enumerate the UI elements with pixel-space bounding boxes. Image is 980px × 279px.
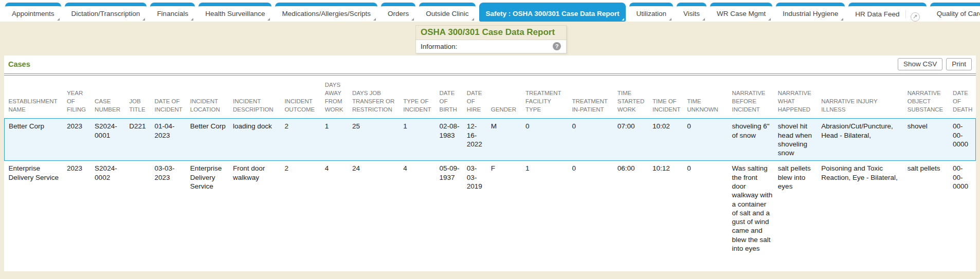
tab-safety-osha-300-301-case-data-report[interactable]: Safety : OSHA 300/301 Case Data Report	[479, 3, 626, 22]
tab-label: Quality of Care	[937, 10, 980, 17]
tab-label: Utilization	[636, 10, 666, 17]
information-label: Information:	[421, 43, 457, 50]
tab-label: HR Data Feed	[855, 10, 899, 18]
col-header-time-unknown: TIME UNKNOWN	[685, 76, 730, 119]
table-header-row: ESTABLISHMENT NAME YEAR OF FILING CASE N…	[5, 76, 976, 119]
col-header-days-away-from-work: DAYS AWAY FROM WORK	[323, 76, 350, 119]
top-tab-bar: Appointments Dictation/Transcription Fin…	[0, 0, 980, 22]
cell-time-of-incident: 10:02	[650, 119, 685, 161]
col-header-incident-location: INCIDENT LOCATION	[188, 76, 231, 119]
col-header-date-of-birth: DATE OF BIRTH	[438, 76, 465, 119]
cell-treatment-facility-type: 0	[523, 119, 570, 161]
cell-incident-location: Enterprise Delivery Service	[188, 161, 231, 256]
cell-gender: M	[489, 119, 523, 161]
tab-corner-fold-icon	[768, 18, 771, 21]
col-header-narrative-before-incident: NARRATIVE BEFORE INCIDENT	[730, 76, 776, 119]
tab-quality-of-care[interactable]: Quality of Care	[930, 3, 980, 22]
table-row-case-s2024-0002[interactable]: Enterprise Delivery Service 2023 S2024-0…	[5, 161, 976, 256]
cases-toolbar: Show CSV Print	[898, 58, 972, 70]
print-button[interactable]: Print	[946, 58, 972, 70]
tab-health-surveillance[interactable]: Health Surveillance	[198, 3, 271, 22]
col-header-narrative-object-substance: NARRATIVE OBJECT SUBSTANCE	[905, 76, 951, 119]
tab-financials[interactable]: Financials	[150, 3, 195, 22]
cell-narrative-before-incident: shoveling 6" of snow	[730, 119, 776, 161]
cell-days-away-from-work: 1	[323, 119, 350, 161]
cell-incident-outcome: 2	[282, 119, 322, 161]
tab-industrial-hygiene[interactable]: Industrial Hygiene	[776, 3, 845, 22]
cell-narrative-before-incident: Was salting the front door walkway with …	[730, 161, 776, 256]
cell-time-started-work: 06:00	[615, 161, 650, 256]
cell-incident-description: Front door walkway	[231, 161, 282, 256]
cell-days-job-transfer-or-restriction: 24	[350, 161, 401, 256]
col-header-date-of-incident: DATE OF INCIDENT	[153, 76, 188, 119]
tab-corner-fold-icon	[142, 18, 145, 21]
col-header-narrative-what-happened: NARRATIVE WHAT HAPPENED	[776, 76, 819, 119]
cell-days-job-transfer-or-restriction: 25	[350, 119, 401, 161]
tab-corner-fold-icon	[702, 18, 705, 21]
page-title: OSHA 300/301 Case Data Report	[416, 26, 566, 40]
tab-dictation-transcription[interactable]: Dictation/Transcription	[65, 3, 147, 22]
cases-panel: Cases Show CSV Print ESTABLISHMENT NAME …	[4, 55, 976, 271]
tab-corner-fold-icon	[191, 18, 193, 21]
tab-outside-clinic[interactable]: Outside Clinic	[419, 3, 475, 22]
cell-date-of-hire: 12-16-2022	[465, 119, 489, 161]
cell-days-away-from-work: 4	[323, 161, 350, 256]
col-header-year-of-filing: YEAR OF FILING	[65, 76, 93, 119]
cell-narrative-injury-illness: Poisoning and Toxic Reaction, Eye - Bila…	[819, 161, 905, 256]
tab-label: Industrial Hygiene	[783, 10, 838, 17]
tab-label: WR Case Mgmt	[717, 10, 766, 17]
tab-utilization[interactable]: Utilization	[629, 3, 673, 22]
tab-orders[interactable]: Orders	[381, 3, 415, 22]
cell-incident-outcome: 2	[282, 161, 322, 256]
cell-date-of-death: 00-00-0000	[951, 161, 975, 256]
tab-label: Financials	[157, 10, 188, 17]
show-csv-button[interactable]: Show CSV	[898, 58, 942, 70]
tab-label: Outside Clinic	[426, 10, 468, 17]
cell-date-of-hire: 03-03-2019	[465, 161, 489, 256]
external-link-icon[interactable]: ↗	[911, 12, 920, 22]
cell-case-number: S2024-0002	[93, 161, 127, 256]
col-header-days-job-transfer-or-restriction: DAYS JOB TRANSFER OR RESTRICTION	[350, 76, 401, 119]
information-bar: Information: ?	[416, 40, 566, 53]
cell-time-unknown: 0	[685, 119, 730, 161]
tab-label: Dictation/Transcription	[71, 10, 140, 17]
col-header-incident-outcome: INCIDENT OUTCOME	[282, 76, 322, 119]
tab-appointments[interactable]: Appointments	[5, 3, 61, 22]
col-header-type-of-incident: TYPE OF INCIDENT	[401, 76, 437, 119]
tab-corner-fold-icon	[373, 18, 376, 21]
tab-medications-allergies-scripts[interactable]: Medications/Allergies/Scripts	[275, 3, 377, 22]
col-header-time-of-incident: TIME OF INCIDENT	[650, 76, 685, 119]
cell-narrative-object-substance: salt pellets	[905, 161, 951, 256]
col-header-establishment-name: ESTABLISHMENT NAME	[5, 76, 65, 119]
cell-establishment-name: Better Corp	[5, 119, 65, 161]
tab-wr-case-mgmt[interactable]: WR Case Mgmt	[710, 3, 772, 22]
cell-date-of-incident: 03-03-2023	[153, 161, 188, 256]
cell-case-number: S2024-0001	[93, 119, 127, 161]
cell-incident-description: loading dock	[231, 119, 282, 161]
tab-corner-fold-icon	[622, 18, 624, 21]
cell-year-of-filing: 2023	[65, 161, 93, 256]
cell-date-of-birth: 02-08-1983	[438, 119, 465, 161]
col-header-time-started-work: TIME STARTED WORK	[615, 76, 650, 119]
col-header-treatment-in-patient: TREATMENT IN-PATIENT	[570, 76, 615, 119]
cell-treatment-facility-type: 1	[523, 161, 570, 256]
tab-visits[interactable]: Visits	[677, 3, 706, 22]
tab-label: Health Surveillance	[205, 10, 265, 17]
cell-treatment-in-patient: 0	[570, 161, 615, 256]
help-icon[interactable]: ?	[553, 42, 561, 50]
cell-establishment-name: Enterprise Delivery Service	[5, 161, 65, 256]
cell-time-unknown: 0	[685, 161, 730, 256]
col-header-case-number: CASE NUMBER	[93, 76, 127, 119]
table-row-case-s2024-0001[interactable]: Better Corp 2023 S2024-0001 D221 01-04-2…	[5, 119, 976, 161]
cell-treatment-in-patient: 0	[570, 119, 615, 161]
cell-type-of-incident: 1	[401, 119, 437, 161]
tab-corner-fold-icon	[267, 18, 270, 21]
cell-narrative-object-substance: shovel	[905, 119, 951, 161]
tab-label: Safety : OSHA 300/301 Case Data Report	[486, 10, 620, 17]
cell-narrative-what-happened: shovel hit head when shoveling snow	[776, 119, 819, 161]
col-header-gender: GENDER	[489, 76, 523, 119]
cases-table: ESTABLISHMENT NAME YEAR OF FILING CASE N…	[4, 76, 976, 256]
cell-incident-location: Better Corp	[188, 119, 231, 161]
tab-label: Visits	[683, 10, 700, 17]
tab-corner-fold-icon	[669, 18, 672, 21]
